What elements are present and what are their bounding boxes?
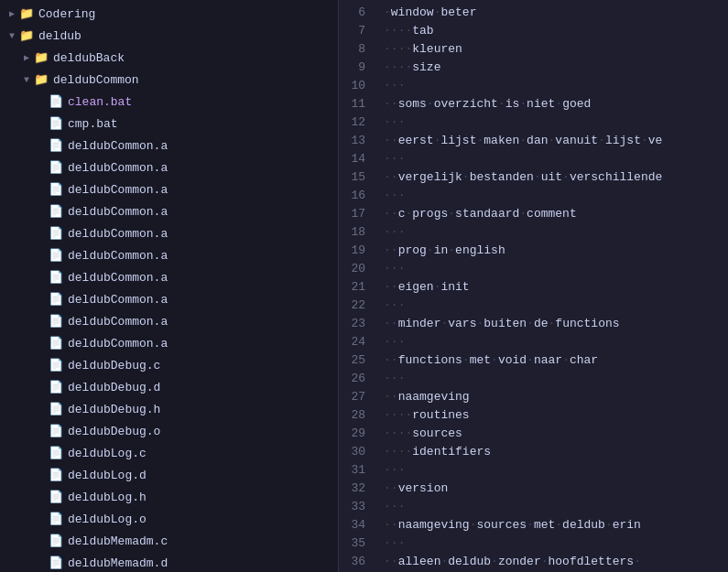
tree-item-deldubCommon.a4[interactable]: 📄deldubCommon.a — [0, 201, 338, 223]
line-content: ····size — [380, 59, 440, 77]
tree-item-deldubDebug.h[interactable]: 📄deldubDebug.h — [0, 399, 338, 421]
dot-separator: · — [541, 555, 549, 568]
tree-item-deldubCommon.a3[interactable]: 📄deldubCommon.a — [0, 179, 338, 201]
dot-separator: · — [562, 353, 570, 367]
tree-item-deldubCommon.a5[interactable]: 📄deldubCommon.a — [0, 223, 338, 245]
dot-separator: · — [391, 170, 398, 184]
dot-separator: · — [549, 317, 556, 330]
file-icon: 📄 — [48, 313, 64, 331]
code-line: 34··naamgeving·sources·met·deldub·erin — [339, 516, 728, 534]
file-icon: 📄 — [48, 181, 64, 200]
dot-separator: · — [519, 97, 527, 111]
line-content: ····routines — [380, 406, 470, 425]
tree-item-deldubCommon.a6[interactable]: 📄deldubCommon.a — [0, 245, 338, 267]
line-content: ··prog·in·english — [380, 242, 505, 260]
dot-separator: · — [391, 500, 398, 513]
file-tree[interactable]: ▶📁Codering▼📁deldub▶📁deldubBack▼📁deldubCo… — [0, 0, 339, 572]
code-line: 22··· — [339, 297, 728, 315]
folder-arrow-icon: ▶ — [20, 49, 33, 68]
code-line: 9····size — [339, 59, 728, 77]
tree-item-deldubLog.o[interactable]: 📄deldubLog.o — [0, 509, 338, 531]
file-icon: 📄 — [48, 467, 64, 485]
dot-separator: · — [391, 481, 398, 495]
dot-separator: · — [527, 317, 534, 330]
dot-separator: · — [384, 317, 391, 330]
line-number: 34 — [339, 516, 380, 534]
dot-separator: · — [398, 79, 406, 92]
line-content: ····sources — [380, 425, 462, 443]
tree-item-deldubBack[interactable]: ▶📁deldubBack — [0, 48, 338, 70]
dot-separator: · — [384, 115, 391, 129]
tree-item-deldubMemadm.c[interactable]: 📄deldubMemadm.c — [0, 531, 338, 553]
tree-item-clean.bat[interactable]: 📄clean.bat — [0, 92, 338, 113]
tree-item-deldubLog.h[interactable]: 📄deldubLog.h — [0, 487, 338, 509]
dot-separator: · — [384, 518, 391, 532]
dot-separator: · — [391, 555, 398, 568]
line-content: ··eigen·init — [380, 278, 470, 297]
line-content: ··· — [380, 187, 405, 205]
file-icon: 📄 — [48, 225, 64, 243]
tree-label: deldubBack — [53, 49, 125, 68]
dot-separator: · — [391, 280, 398, 294]
tree-item-deldub[interactable]: ▼📁deldub — [0, 26, 338, 48]
tree-label: deldubMemadm.d — [68, 555, 168, 572]
code-line: 10··· — [339, 77, 728, 95]
code-line: 11··soms·overzicht·is·niet·goed — [339, 95, 728, 113]
dot-separator: · — [391, 152, 398, 166]
dot-separator: · — [384, 463, 391, 477]
dot-separator: · — [434, 5, 441, 19]
tree-item-deldubCommon.a2[interactable]: 📄deldubCommon.a — [0, 157, 338, 179]
dot-separator: · — [384, 481, 391, 495]
tree-item-deldubCommon.a10[interactable]: 📄deldubCommon.a — [0, 333, 338, 355]
code-line: 35··· — [339, 534, 728, 553]
dot-separator: · — [427, 243, 434, 257]
tree-item-deldubCommon.a7[interactable]: 📄deldubCommon.a — [0, 267, 338, 289]
dot-separator: · — [605, 518, 613, 532]
tree-item-cmp.bat[interactable]: 📄cmp.bat — [0, 113, 338, 135]
tree-item-deldubCommon.a1[interactable]: 📄deldubCommon.a — [0, 135, 338, 157]
code-line: 23··minder·vars·buiten·de·functions — [339, 315, 728, 333]
file-icon: 📄 — [48, 511, 64, 529]
dot-separator: · — [384, 426, 391, 440]
line-content: ··· — [380, 150, 405, 168]
dot-separator: · — [476, 134, 484, 147]
tree-item-deldubDebug.o[interactable]: 📄deldubDebug.o — [0, 421, 338, 443]
code-line: 7····tab — [339, 22, 728, 40]
dot-separator: · — [448, 243, 455, 257]
code-line: 17··c·progs·standaard·comment — [339, 205, 728, 223]
folder-icon: 📁 — [18, 5, 35, 24]
code-line: 18··· — [339, 223, 728, 242]
dot-separator: · — [398, 152, 406, 166]
dot-separator: · — [491, 555, 498, 568]
dot-separator: · — [384, 79, 391, 92]
dot-separator: · — [405, 24, 412, 38]
code-line: 6·window·beter — [339, 4, 728, 22]
tree-label: deldubLog.h — [68, 489, 147, 507]
dot-separator: · — [405, 426, 412, 440]
tree-item-deldubLog.c[interactable]: 📄deldubLog.c — [0, 443, 338, 465]
tree-item-deldubMemadm.d[interactable]: 📄deldubMemadm.d — [0, 553, 338, 572]
line-content: ··· — [380, 77, 405, 95]
code-line: 12··· — [339, 113, 728, 132]
tree-item-deldubCommon.a8[interactable]: 📄deldubCommon.a — [0, 289, 338, 311]
line-content: ··· — [380, 223, 405, 242]
tree-item-codering[interactable]: ▶📁Codering — [0, 4, 338, 26]
code-line: 33··· — [339, 498, 728, 516]
tree-item-deldubLog.d[interactable]: 📄deldubLog.d — [0, 465, 338, 487]
dot-separator: · — [391, 97, 398, 111]
line-content: ··alleen·deldub·zonder·hoofdletters· — [380, 553, 641, 571]
tree-item-deldubCommon.a9[interactable]: 📄deldubCommon.a — [0, 311, 338, 333]
tree-label: deldubCommon.a — [68, 247, 168, 265]
dot-separator: · — [391, 298, 398, 312]
dot-separator: · — [434, 134, 441, 147]
tree-item-deldubDebug.c[interactable]: 📄deldubDebug.c — [0, 355, 338, 377]
tree-item-deldubCommon[interactable]: ▼📁deldubCommon — [0, 70, 338, 92]
file-icon: 📄 — [48, 379, 64, 397]
line-number: 25 — [339, 351, 380, 370]
dot-separator: · — [391, 225, 398, 239]
code-view[interactable]: 6·window·beter7····tab8····kleuren9····s… — [339, 0, 728, 572]
dot-separator: · — [391, 335, 398, 349]
tree-item-deldubDebug.d[interactable]: 📄deldubDebug.d — [0, 377, 338, 399]
code-line: 20··· — [339, 260, 728, 278]
file-icon: 📄 — [48, 423, 64, 441]
